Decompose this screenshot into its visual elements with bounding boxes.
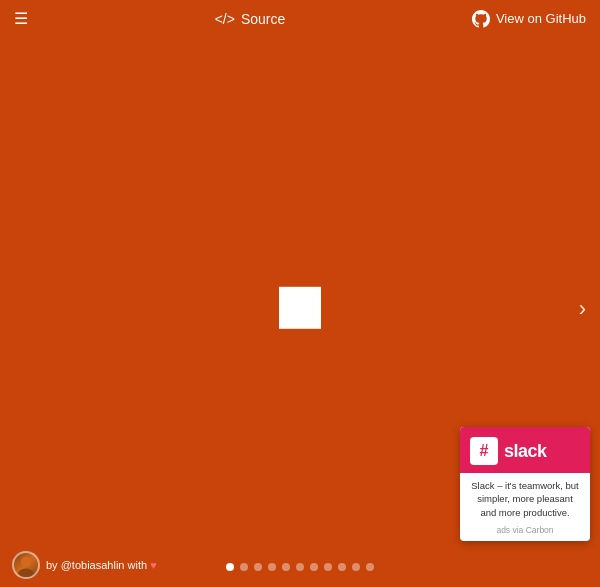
username[interactable]: @tobiasahlin [61, 559, 128, 571]
dot-8[interactable] [324, 563, 332, 571]
heart-icon: ♥ [150, 559, 157, 571]
nav-left: ☰ [14, 9, 28, 28]
avatar [12, 551, 40, 579]
by-prefix: by [46, 559, 58, 571]
code-icon: </> [215, 11, 235, 27]
ad-footer: ads via Carbon [460, 525, 590, 541]
dot-11[interactable] [366, 563, 374, 571]
navbar: ☰ </> Source View on GitHub [0, 0, 600, 37]
slack-brand-name: slack [504, 441, 547, 462]
ad-top: # slack [460, 427, 590, 473]
github-icon [472, 10, 490, 28]
dot-9[interactable] [338, 563, 346, 571]
attribution-section: by @tobiasahlin with ♥ [12, 551, 157, 579]
main-canvas: › # slack Slack – it's teamwork, but sim… [0, 37, 600, 587]
source-link[interactable]: </> Source [215, 11, 286, 27]
dot-3[interactable] [254, 563, 262, 571]
with-suffix: with [128, 559, 148, 571]
dot-6[interactable] [296, 563, 304, 571]
ad-body-text: Slack – it's teamwork, but simpler, more… [460, 473, 590, 525]
slack-hash-icon: # [470, 437, 498, 465]
next-arrow[interactable]: › [579, 296, 586, 322]
dot-1[interactable] [226, 563, 234, 571]
github-link[interactable]: View on GitHub [472, 10, 586, 28]
source-label: Source [241, 11, 285, 27]
dot-2[interactable] [240, 563, 248, 571]
attribution-text: by @tobiasahlin with ♥ [46, 559, 157, 571]
hamburger-icon[interactable]: ☰ [14, 9, 28, 28]
dot-10[interactable] [352, 563, 360, 571]
ad-banner[interactable]: # slack Slack – it's teamwork, but simpl… [460, 427, 590, 541]
dot-4[interactable] [268, 563, 276, 571]
ads-via-label: ads via Carbon [496, 525, 553, 535]
dot-7[interactable] [310, 563, 318, 571]
svg-point-0 [21, 556, 31, 566]
github-label: View on GitHub [496, 11, 586, 26]
dots-navigation [226, 563, 374, 571]
svg-point-1 [17, 568, 34, 579]
bottom-bar: by @tobiasahlin with ♥ [0, 547, 600, 587]
dot-5[interactable] [282, 563, 290, 571]
center-square [279, 287, 321, 329]
